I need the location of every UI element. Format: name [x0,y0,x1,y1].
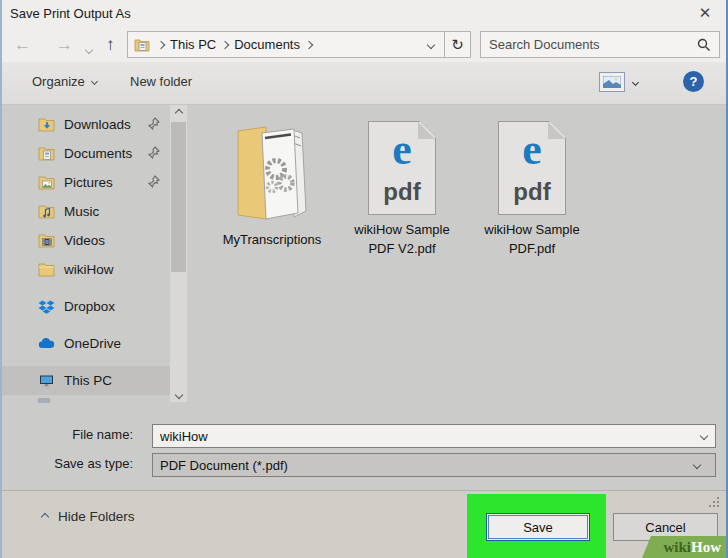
file-name-label: File name: [0,427,133,442]
sidebar-item-label: wikiHow [64,262,114,277]
organize-label: Organize [32,74,85,89]
folder-download-icon [38,117,55,133]
file-tile-mytranscriptions[interactable]: MyTranscriptions [207,121,337,250]
file-name-field [152,424,716,448]
refresh-button[interactable]: ↻ [445,31,471,58]
close-icon[interactable]: ✕ [692,2,718,24]
resize-grip[interactable] [709,497,719,507]
address-bar[interactable]: This PC Documents [127,31,445,58]
search-input[interactable] [481,37,697,52]
search-box [480,31,720,58]
sidebar-item-label: Dropbox [64,299,115,314]
dialog-content: Downloads Documents [2,105,726,413]
chevron-up-icon [41,512,49,520]
sidebar-item-pictures[interactable]: Pictures [2,168,170,197]
sidebar-item-videos[interactable]: Videos [2,226,170,255]
sidebar-scrollbar[interactable] [170,105,187,402]
command-toolbar: Organize New folder ? [2,62,726,105]
onedrive-icon [38,336,55,352]
sidebar-item-downloads[interactable]: Downloads [2,110,170,139]
file-name: MyTranscriptions [207,231,337,250]
sidebar-item-label: Pictures [64,175,113,190]
watermark-wiki: wiki [663,539,691,556]
save-dialog-window: Save Print Output As ✕ ← → ↑ This PC Doc… [0,0,728,558]
sidebar-item-label: Videos [64,233,105,248]
pin-icon [148,175,160,188]
sidebar-item-dropbox[interactable]: Dropbox [2,292,170,321]
title-bar: Save Print Output As ✕ [2,0,726,28]
sidebar-item-label: OneDrive [64,336,121,351]
scroll-down-icon[interactable] [170,387,187,402]
folder-documents-icon [38,146,55,162]
breadcrumb-documents[interactable]: Documents [228,37,306,52]
scroll-up-icon[interactable] [170,105,187,120]
this-pc-icon [38,373,55,389]
file-name-line2: PDF V2.pdf [337,240,467,259]
folder-pictures-icon [38,175,55,191]
navigation-bar: ← → ↑ This PC Documents ↻ [2,28,726,62]
organize-chevron-icon [91,78,98,85]
edge-logo-icon: e [499,124,565,175]
search-icon[interactable] [697,38,711,52]
file-name-line1: wikiHow Sample [467,221,597,240]
sidebar-item-label: This PC [64,373,112,388]
forward-icon[interactable]: → [56,33,73,57]
thumbnail-view-icon [599,72,625,92]
pin-icon [148,146,160,159]
dialog-footer: Hide Folders Save Cancel [2,490,726,558]
sidebar-item-wikihow[interactable]: wikiHow [2,255,170,284]
save-as-type-label: Save as type: [0,456,133,471]
address-dropdown-chevron-icon[interactable] [427,40,435,48]
folder-music-icon [38,204,55,220]
edge-logo-icon: e [369,124,435,175]
file-name-line2: PDF.pdf [467,240,597,259]
organize-button[interactable]: Organize [32,74,97,89]
save-type-dropdown-chevron-icon [693,461,701,469]
sidebar-item-onedrive[interactable]: OneDrive [2,329,170,358]
sidebar-item-label: Music [64,204,99,219]
file-name-line1: wikiHow Sample [337,221,467,240]
pdf-file-icon: e pdf [368,121,436,215]
new-folder-label: New folder [130,74,192,89]
file-list: MyTranscriptions e pdf wikiHow Sample PD… [187,105,726,413]
sidebar-item-this-pc[interactable]: This PC [2,366,170,395]
scrollbar-thumb[interactable] [171,122,186,272]
dialog-title: Save Print Output As [10,6,131,21]
sidebar-item-label: Downloads [64,117,131,132]
open-folder-icon [228,121,316,225]
file-fields-panel: File name: Save as type: PDF Document (*… [2,413,726,490]
address-folder-icon [134,38,150,52]
save-as-type-select[interactable]: PDF Document (*.pdf) [152,453,716,477]
save-as-type-value: PDF Document (*.pdf) [160,458,288,473]
navigation-pane: Downloads Documents [2,105,170,413]
change-view-button[interactable] [599,72,638,92]
hide-folders-label: Hide Folders [58,509,135,524]
save-button[interactable]: Save [486,513,590,541]
wikihow-watermark: wikiHow [642,536,726,558]
recent-locations-chevron-icon[interactable] [86,41,92,56]
watermark-how: How [691,539,721,556]
file-name-dropdown-chevron-icon[interactable] [700,432,708,440]
help-button[interactable]: ? [683,71,704,92]
folder-videos-icon [38,233,55,249]
up-icon[interactable]: ↑ [106,33,115,57]
back-icon[interactable]: ← [14,33,31,57]
breadcrumb-separator-icon [305,40,313,48]
sidebar-item-label: Documents [64,146,132,161]
pin-icon [148,117,160,130]
sidebar-item-partial [38,398,50,403]
new-folder-button[interactable]: New folder [130,74,192,89]
pdf-file-icon: e pdf [498,121,566,215]
file-tile-pdf-v2[interactable]: e pdf wikiHow Sample PDF V2.pdf [337,121,467,259]
breadcrumb-this-pc[interactable]: This PC [164,37,222,52]
dropbox-icon [38,299,55,315]
folder-plain-icon [38,262,55,278]
pdf-label: pdf [369,178,435,206]
sidebar-item-documents[interactable]: Documents [2,139,170,168]
file-name-input[interactable] [153,429,701,444]
pdf-label: pdf [499,178,565,206]
view-dropdown-chevron-icon [632,78,639,85]
file-tile-pdf[interactable]: e pdf wikiHow Sample PDF.pdf [467,121,597,259]
hide-folders-button[interactable]: Hide Folders [42,509,135,524]
sidebar-item-music[interactable]: Music [2,197,170,226]
